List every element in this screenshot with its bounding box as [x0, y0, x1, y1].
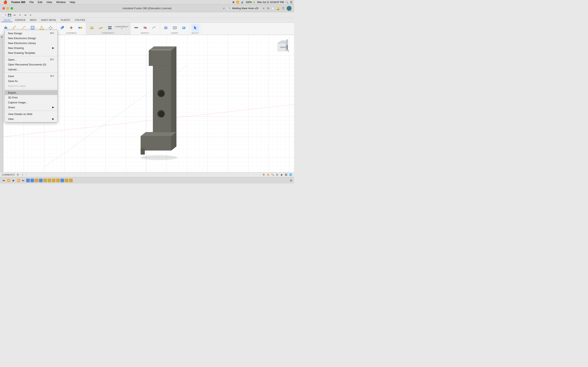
maximize-button[interactable]: [11, 7, 13, 9]
menu-view[interactable]: View ▶: [5, 117, 57, 121]
menu-open-recovered[interactable]: Open Recovered Documents (0): [5, 62, 57, 67]
close-button[interactable]: [2, 7, 5, 9]
quick-access-toolbar: 📄 ▼ 💾 ↩ ▼ ↪ ▼: [2, 13, 33, 17]
offset-plane-btn[interactable]: [88, 24, 96, 32]
measure-btn[interactable]: [132, 24, 140, 32]
timeline-play-btn[interactable]: ▶: [11, 178, 16, 183]
tab-plastic[interactable]: PLASTIC: [59, 18, 72, 22]
as-built-joint-icon: [78, 25, 83, 30]
timeline-start-btn[interactable]: ⏮: [2, 178, 6, 183]
menu-upload[interactable]: Upload...: [5, 67, 57, 72]
svg-rect-24: [134, 27, 138, 28]
search-icon[interactable]: 🔍: [285, 1, 288, 4]
svg-marker-1: [5, 26, 6, 27]
user-avatar[interactable]: 👤: [287, 6, 292, 11]
select-btn[interactable]: [191, 24, 199, 32]
interference-btn[interactable]: [141, 24, 149, 32]
undo-dropdown[interactable]: ▼: [17, 13, 22, 17]
file-menu-item[interactable]: File: [28, 0, 35, 4]
timeline-settings-btn[interactable]: ⚙: [290, 179, 292, 182]
timeline-item-0[interactable]: [26, 179, 30, 182]
as-built-joint-btn[interactable]: [76, 24, 84, 32]
apple-menu[interactable]: 🍎: [2, 0, 9, 4]
orbit-btn[interactable]: ⚙: [262, 173, 265, 176]
menu-3d-print[interactable]: 3D Print: [5, 95, 57, 100]
timeline-item-2[interactable]: [35, 179, 38, 182]
app-name-menu[interactable]: Fusion 360: [10, 0, 27, 4]
view-cube-btn[interactable]: ◉: [280, 173, 283, 176]
timeline-item-8[interactable]: [61, 179, 64, 182]
timeline-item-10[interactable]: [69, 179, 73, 182]
comments-settings-btn[interactable]: ⚙: [16, 173, 20, 176]
menu-capture-image[interactable]: Capture Image...: [5, 100, 57, 105]
timeline-end-btn[interactable]: ⏭: [21, 178, 25, 183]
help-menu-item[interactable]: Help: [68, 0, 77, 4]
timeline-item-7[interactable]: [56, 179, 60, 182]
zoom-btn[interactable]: 🔍: [271, 173, 274, 176]
tab-surface[interactable]: SURFACE: [13, 18, 27, 22]
menu-new-drawing-template[interactable]: New Drawing Template: [5, 50, 57, 55]
panel-toggle-btn[interactable]: ◀: [0, 36, 3, 38]
window-menu-item[interactable]: Window: [54, 0, 67, 4]
timeline-item-1[interactable]: [30, 179, 34, 182]
insert-image-btn[interactable]: [180, 24, 188, 32]
svg-text:RIGHT: RIGHT: [286, 45, 288, 50]
add-tab-button[interactable]: +: [262, 7, 265, 10]
save-btn[interactable]: 💾: [7, 13, 12, 17]
midplane-btn[interactable]: [106, 24, 114, 32]
menu-new-electronics-design[interactable]: New Electronics Design: [5, 36, 57, 41]
redo-dropdown[interactable]: ▼: [28, 13, 33, 17]
menu-view-details[interactable]: View Details on Web: [5, 111, 57, 117]
insert-mesh-btn[interactable]: [162, 24, 170, 32]
undo-btn[interactable]: ↩: [12, 13, 17, 17]
svg-rect-21: [108, 26, 112, 27]
environment-btn[interactable]: 🌐: [289, 173, 292, 176]
select-section: SELECT: [190, 23, 201, 35]
menu-new-design[interactable]: New Design ⌘N: [5, 31, 57, 36]
timeline-item-3[interactable]: [39, 179, 43, 182]
plane-at-angle-btn[interactable]: [97, 24, 105, 32]
close-tab-icon[interactable]: ×: [223, 7, 225, 10]
minimize-button[interactable]: [7, 7, 9, 9]
pan-btn[interactable]: ✋: [266, 173, 270, 176]
menu-export[interactable]: Export...: [5, 90, 57, 95]
timeline-item-9[interactable]: [65, 179, 68, 182]
plane-at-angle-icon: [98, 25, 103, 30]
tab-sheet-metal[interactable]: SHEET METAL: [39, 18, 58, 22]
tab-mesh[interactable]: MESH: [28, 18, 39, 22]
timeline-item-5[interactable]: [48, 179, 51, 182]
timeline-next-btn[interactable]: ⏩: [16, 178, 20, 183]
notifications-icon[interactable]: 🔔: [276, 7, 280, 10]
menu-new-electronics-library[interactable]: New Electronics Library: [5, 41, 57, 45]
view-menu-item[interactable]: View: [45, 0, 54, 4]
curvature-comb-btn[interactable]: [150, 24, 158, 32]
new-component-btn[interactable]: [58, 24, 66, 32]
construct-dropdown-btn[interactable]: CONSTRUCT ▼: [115, 26, 129, 30]
control-center-icon[interactable]: ☰: [290, 1, 292, 4]
fit-btn[interactable]: ⊞: [275, 173, 279, 176]
menu-share[interactable]: Share ▶: [5, 105, 57, 110]
tab-utilities[interactable]: UTILITIES: [73, 18, 87, 22]
timeline-prev-btn[interactable]: ⏪: [7, 178, 11, 183]
edit-menu-item[interactable]: Edit: [36, 0, 44, 4]
insert-svg-btn[interactable]: [171, 24, 179, 32]
menu-new-drawing[interactable]: New Drawing ▶: [5, 45, 57, 50]
refresh-icon[interactable]: ⟳: [267, 7, 269, 10]
tab-solid[interactable]: SOLID: [2, 18, 12, 22]
menu-open[interactable]: Open... ⌘O: [5, 57, 57, 62]
file-menu-btn[interactable]: 📄 ▼: [2, 13, 7, 17]
timeline-item-6[interactable]: [52, 179, 56, 182]
menu-save-as[interactable]: Save As: [5, 78, 57, 83]
menu-save[interactable]: Save ⌘S: [5, 74, 57, 78]
history-icon[interactable]: 🕐: [271, 7, 275, 10]
svg-marker-58: [141, 136, 171, 150]
inspect-section: INSPECT: [130, 23, 160, 35]
display-settings-btn[interactable]: 🖼: [284, 173, 288, 176]
svg-rect-29: [145, 27, 147, 29]
joint-btn[interactable]: [67, 24, 75, 32]
redo-btn[interactable]: ↪: [23, 13, 28, 17]
help-icon[interactable]: ?: [281, 7, 285, 10]
comments-panel-toggle[interactable]: |: [21, 173, 25, 176]
timeline-item-4[interactable]: [43, 179, 47, 182]
nav-cube[interactable]: FRONT RIGHT Z X: [274, 39, 290, 55]
